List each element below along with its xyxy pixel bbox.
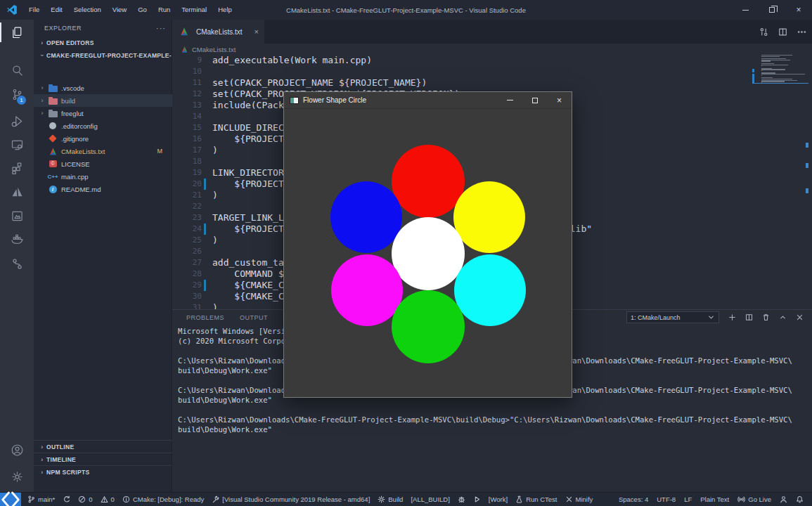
status-label: Run CTest [526,495,557,503]
file-label: LICENSE [61,160,90,168]
status-eol[interactable]: LF [684,495,692,503]
status-go-live[interactable]: Go Live [737,495,771,503]
settings-icon[interactable] [0,465,34,488]
status-cmake-status[interactable]: CMake: [Debug]: Ready [122,495,204,503]
tree-item-freeglut[interactable]: ›freeglut [34,107,172,119]
account-icon[interactable] [0,439,34,461]
status-language-mode[interactable]: Plain Text [700,495,729,503]
new-terminal-button[interactable] [728,313,736,321]
glut-titlebar[interactable]: Flower Shape Circle × [284,92,572,109]
split-terminal-button[interactable] [745,313,753,321]
tree-item--gitignore[interactable]: .gitignore [34,132,172,145]
search-icon[interactable] [0,59,34,82]
status-minify[interactable]: Minify [565,495,593,503]
status-cmake-kit[interactable]: [Visual Studio Community 2019 Release - … [212,495,370,503]
section-outline[interactable]: ›OUTLINE [34,440,172,453]
chevron-down-icon [707,313,715,321]
source-control-icon[interactable]: 1 [0,83,34,105]
license-icon: © [48,160,58,168]
status-git-branch[interactable]: main* [27,495,55,503]
tree-item--editorconfig[interactable]: .editorconfig [34,119,172,132]
menu-run[interactable]: Run [153,0,176,20]
status-cmake-build[interactable]: Build [378,495,403,503]
notifications-icon [796,495,804,503]
status-cmake-run[interactable] [473,495,481,503]
minimize-button[interactable] [732,0,759,20]
status-run-ctest[interactable]: Run CTest [515,495,557,503]
status-label: 0 [111,495,115,503]
extensions-icon[interactable] [0,157,34,179]
glut-minimize-button[interactable] [498,92,522,109]
vscode-window: FileEditSelectionViewGoRunTerminalHelp C… [0,0,812,506]
section-timeline[interactable]: ›TIMELINE [34,453,172,465]
status-cmake-debug[interactable] [458,495,465,503]
minimap[interactable] [754,20,808,274]
status-warnings[interactable]: 0 [101,495,115,503]
breadcrumb[interactable]: CMakeLists.txt [172,44,812,55]
terminal-dropdown[interactable]: 1: CMake/Launch [626,311,719,323]
menu-terminal[interactable]: Terminal [176,0,212,20]
remote-indicator[interactable] [0,493,21,506]
folder-icon [48,109,58,117]
file-label: freeglut [61,110,84,117]
glut-maximize-button[interactable] [522,92,547,109]
menu-view[interactable]: View [107,0,132,20]
tab-cmakelists[interactable]: CMakeLists.txt × [172,20,264,44]
docker-icon[interactable] [0,227,34,249]
go-live-icon [737,495,745,503]
close-button[interactable]: × [785,0,812,20]
status-cmake-target[interactable]: [ALL_BUILD] [411,495,449,503]
restore-button[interactable] [759,0,785,20]
glut-close-button[interactable]: × [547,92,572,109]
sync-icon [63,495,70,503]
remote-explorer-icon[interactable] [0,134,34,156]
close-panel-button[interactable] [796,313,804,321]
menu-go[interactable]: Go [132,0,153,20]
section-npm-scripts[interactable]: ›NPM SCRIPTS [34,465,172,478]
menu-help[interactable]: Help [212,0,238,20]
code-line-10: 10 [172,66,756,77]
status-label: main* [38,495,55,503]
menu-file[interactable]: File [23,0,45,20]
tab-close-icon[interactable]: × [254,27,259,36]
titlebar: FileEditSelectionViewGoRunTerminalHelp C… [0,0,812,20]
run-debug-icon[interactable] [0,110,34,132]
terminal-line: build\Debug\Work.exe" [178,365,272,375]
status-sync[interactable] [63,495,70,503]
image-preview-icon[interactable] [0,205,34,227]
status-notifications[interactable] [796,495,804,503]
tree-item-readme-md[interactable]: iREADME.md [34,183,172,195]
explorer-icon[interactable] [0,21,34,44]
status-encoding[interactable]: UTF-8 [657,495,676,503]
menu-edit[interactable]: Edit [45,0,67,20]
gitlens-icon[interactable] [0,252,34,275]
tree-item-cmakelists-txt[interactable]: CMakeLists.txtM [34,145,172,157]
tree-item-license[interactable]: ©LICENSE [34,157,172,170]
tree-item-build[interactable]: ›build [34,94,172,107]
open-editors-section[interactable]: › OPEN EDITORS [34,37,172,49]
feedback-icon [780,495,787,503]
glut-canvas [284,109,572,397]
status-feedback[interactable] [780,495,787,503]
tab-bar: CMakeLists.txt × [172,20,812,44]
errors-icon [78,495,86,503]
status-indentation[interactable]: Spaces: 4 [619,495,648,503]
panel-tab-problems[interactable]: PROBLEMS [186,310,224,325]
more-actions-icon[interactable]: ··· [156,24,166,32]
file-label: main.cpp [61,173,89,181]
panel-tab-output[interactable]: OUTPUT [240,310,268,325]
minify-icon [565,495,573,503]
tree-item-main-cpp[interactable]: C++main.cpp [34,170,172,183]
menu-selection[interactable]: Selection [68,0,107,20]
status-bar: main*00CMake: [Debug]: Ready[Visual Stud… [0,492,812,506]
tree-item--vscode[interactable]: ›.vscode [34,82,172,94]
status-label: [Work] [489,495,508,503]
kill-terminal-button[interactable] [762,313,770,321]
status-errors[interactable]: 0 [78,495,92,503]
overview-ruler[interactable] [806,20,809,274]
status-cmake-launch-target[interactable]: [Work] [489,495,508,503]
maximize-panel-button[interactable] [779,313,787,321]
azure-icon[interactable] [0,181,34,203]
project-section[interactable]: › CMAKE-FREEGLUT-PROJECT-EXAMPLE-MSVC [34,49,172,62]
terminal-line: build\Debug\Work.exe" [178,395,272,405]
